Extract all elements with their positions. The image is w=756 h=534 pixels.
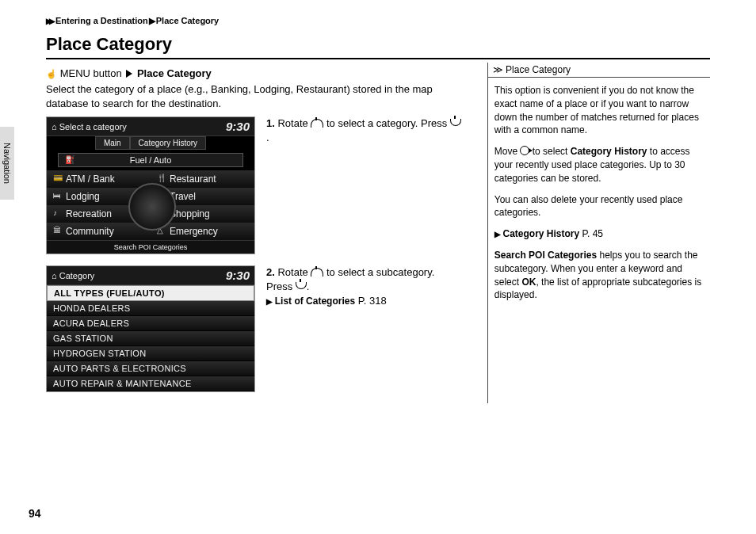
sidebar-ref: Category History P. 45 xyxy=(494,227,704,241)
sidebar-p1: This option is convenient if you do not … xyxy=(494,84,704,137)
rotate-icon xyxy=(311,119,323,128)
sidebar: Place Category This option is convenient… xyxy=(487,63,710,403)
page-number: 94 xyxy=(29,507,41,520)
rotate-icon xyxy=(311,268,323,277)
menu-path: ☝ MENU button Place Category xyxy=(46,67,464,79)
sidebar-header: Place Category xyxy=(488,63,710,78)
sidebar-p2: Move to select Category History to acces… xyxy=(494,145,704,185)
sidebar-p4: Search POI Categories helps you to searc… xyxy=(494,249,704,302)
side-tab-navigation: Navigation xyxy=(0,127,14,200)
triangle-icon xyxy=(126,70,132,78)
dial-icon xyxy=(128,183,176,231)
press-icon xyxy=(296,282,307,289)
step-2: 2. Rotate to select a subcategory. Press… xyxy=(266,265,464,392)
sidebar-p3: You can also delete your recently used p… xyxy=(494,193,704,220)
page-title: Place Category xyxy=(46,34,710,59)
screenshot-1: ⌂ Select a category 9:30 MainCategory Hi… xyxy=(46,116,255,254)
intro-text: Select the category of a place (e.g., Ba… xyxy=(46,82,464,110)
breadcrumb: ▶▶Entering a Destination▶Place Category xyxy=(46,16,710,26)
screenshot-2: ⌂ Category 9:30 ALL TYPES (FUEL/AUTO) HO… xyxy=(46,265,255,392)
press-icon xyxy=(450,119,461,126)
step-1: 1. Rotate to select a category. Press . xyxy=(266,116,464,254)
